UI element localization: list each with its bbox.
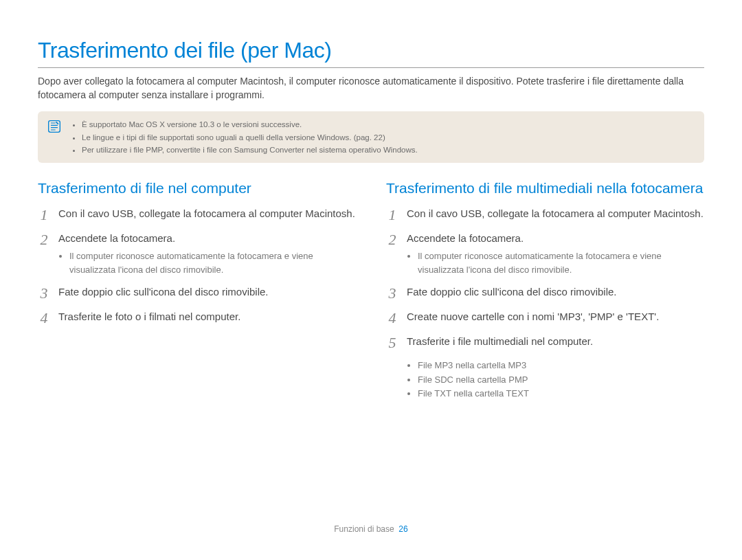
step: 3 Fate doppio clic sull'icona del disco …: [38, 284, 356, 301]
columns: Trasferimento di file nel computer 1 Con…: [38, 179, 704, 400]
sub-item: File TXT nella cartella TEXT: [418, 387, 704, 401]
step-text: Trasferite i file multimediali nel compu…: [407, 334, 593, 349]
sub-item: File SDC nella cartella PMP: [418, 373, 704, 387]
footer-section: Funzioni di base: [334, 524, 394, 534]
step: 2 Accendete la fotocamera. Il computer r…: [38, 231, 356, 277]
step-number: 2: [38, 231, 50, 247]
step: 1 Con il cavo USB, collegate la fotocame…: [38, 206, 356, 223]
step-text: Create nuove cartelle con i nomi 'MP3', …: [407, 309, 659, 324]
note-list: È supportato Mac OS X versione 10.3 o le…: [71, 118, 418, 156]
step: 2 Accendete la fotocamera. Il computer r…: [386, 231, 704, 277]
sub-list: Il computer riconosce automaticamente la…: [407, 249, 704, 276]
sub-list-after: File MP3 nella cartella MP3 File SDC nel…: [407, 359, 704, 400]
step-number: 3: [38, 284, 50, 301]
step-text: Con il cavo USB, collegate la fotocamera…: [58, 206, 355, 221]
note-item: È supportato Mac OS X versione 10.3 o le…: [82, 118, 418, 131]
section-heading-left: Trasferimento di file nel computer: [38, 179, 356, 197]
svg-rect-0: [49, 121, 60, 133]
step-number: 4: [38, 309, 50, 326]
step-number: 3: [386, 284, 398, 301]
step-number: 4: [386, 309, 398, 326]
step: 4 Trasferite le foto o i filmati nel com…: [38, 309, 356, 326]
step-number: 5: [386, 334, 398, 350]
step: 1 Con il cavo USB, collegate la fotocame…: [386, 206, 704, 223]
step-number: 1: [386, 206, 398, 223]
sub-item: Il computer riconosce automaticamente la…: [69, 249, 356, 276]
footer-page-number: 26: [398, 524, 407, 534]
step-number: 1: [38, 206, 50, 223]
intro-text: Dopo aver collegato la fotocamera al com…: [38, 75, 704, 102]
step-text-span: Accendete la fotocamera.: [58, 232, 175, 244]
note-item: Le lingue e i tipi di file supportati so…: [82, 131, 418, 144]
step-text: Fate doppio clic sull'icona del disco ri…: [58, 284, 269, 300]
step-text-span: Accendete la fotocamera.: [407, 232, 524, 244]
note-box: È supportato Mac OS X versione 10.3 o le…: [38, 111, 704, 163]
sub-list: Il computer riconosce automaticamente la…: [58, 249, 356, 276]
step-text: Con il cavo USB, collegate la fotocamera…: [407, 206, 704, 221]
step-list-right: 1 Con il cavo USB, collegate la fotocame…: [386, 206, 704, 351]
step-text: Accendete la fotocamera. Il computer ric…: [407, 231, 704, 277]
section-heading-right: Trasferimento di file multimediali nella…: [386, 179, 704, 197]
step-text: Trasferite le foto o i filmati nel compu…: [58, 309, 240, 324]
page-title: Trasferimento dei file (per Mac): [38, 38, 704, 68]
footer: Funzioni di base 26: [0, 524, 742, 534]
sub-item: File MP3 nella cartella MP3: [418, 359, 704, 372]
note-item: Per utilizzare i file PMP, convertite i …: [82, 144, 418, 156]
step-text: Accendete la fotocamera. Il computer ric…: [58, 231, 356, 277]
step: 3 Fate doppio clic sull'icona del disco …: [386, 284, 704, 301]
note-icon: [47, 120, 61, 133]
step-text: Fate doppio clic sull'icona del disco ri…: [407, 284, 617, 300]
step-list-left: 1 Con il cavo USB, collegate la fotocame…: [38, 206, 356, 326]
step: 4 Create nuove cartelle con i nomi 'MP3'…: [386, 309, 704, 326]
step-number: 2: [386, 231, 398, 247]
step: 5 Trasferite i file multimediali nel com…: [386, 334, 704, 350]
left-column: Trasferimento di file nel computer 1 Con…: [38, 179, 356, 400]
sub-item: Il computer riconosce automaticamente la…: [418, 249, 704, 276]
right-column: Trasferimento di file multimediali nella…: [386, 179, 704, 400]
